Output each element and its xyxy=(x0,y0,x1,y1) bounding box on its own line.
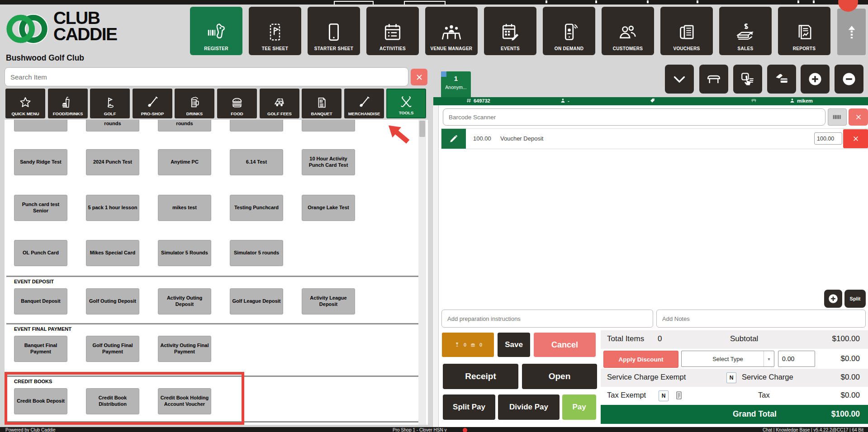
prep-instructions-input[interactable] xyxy=(441,310,653,328)
total-items-label: Total Items xyxy=(607,334,644,343)
venue-manager-icon xyxy=(441,22,462,42)
item-button[interactable]: Testing Punchcard xyxy=(230,195,283,221)
search-input[interactable] xyxy=(5,67,408,86)
tab-golf-fees[interactable]: GOLF FEES xyxy=(260,89,299,118)
cart-scrollbar[interactable] xyxy=(432,105,439,427)
cart-toolbar-card-payment-button[interactable] xyxy=(767,65,796,94)
section-title-event-deposit: EVENT DEPOSIT xyxy=(14,279,54,284)
item-button[interactable]: OL Punch Card xyxy=(14,240,67,266)
customer-tab[interactable]: 1 Anonym... xyxy=(441,71,471,97)
barcode-clear-button[interactable] xyxy=(849,108,868,126)
remove-item-button[interactable] xyxy=(843,129,868,148)
nav-scroll-up-button[interactable] xyxy=(837,9,866,55)
nav-item-activities[interactable]: ACTIVITIES xyxy=(366,7,419,55)
item-button-partial[interactable]: rounds xyxy=(86,120,139,131)
left-panel-scrollbar[interactable] xyxy=(418,120,426,425)
apply-discount-button[interactable]: Apply Discount xyxy=(603,351,678,368)
tab-label: GOLF xyxy=(104,111,116,116)
nav-item-on-demand[interactable]: ON DEMAND xyxy=(543,7,595,55)
item-button[interactable]: Punch card test Senior xyxy=(14,195,67,221)
item-button[interactable]: Activity League Deposit xyxy=(302,288,355,315)
nav-item-register[interactable]: REGISTER xyxy=(190,7,242,55)
item-button[interactable]: Sandy Ridge Test xyxy=(14,149,67,175)
item-button-partial[interactable]: rounds xyxy=(158,120,211,131)
tax-value: $0.00 xyxy=(840,391,860,400)
tab-food-drinks[interactable]: FOOD/DRINKS xyxy=(48,89,88,118)
nav-item-tee-sheet[interactable]: TEE SHEET xyxy=(249,7,301,55)
edit-item-button[interactable] xyxy=(441,129,466,149)
service-exempt-toggle[interactable]: N xyxy=(726,372,736,383)
total-items-value: 0 xyxy=(658,334,662,343)
nav-item-starter-sheet[interactable]: STARTER SHEET xyxy=(308,7,360,55)
item-button[interactable]: Golf Outing Final Payment xyxy=(86,336,139,362)
barcode-scan-button[interactable] xyxy=(828,108,847,126)
item-button[interactable]: Anytime PC xyxy=(158,149,211,175)
tab-tools[interactable]: TOOLS xyxy=(386,89,426,118)
item-button[interactable]: 10 Hour Activity Punch Card Test xyxy=(302,149,355,175)
cart-toolbar-touch-order-button[interactable] xyxy=(733,65,762,94)
statusbar-links[interactable]: Chat | Knowledge Base | v5.4.22.2@CC17 |… xyxy=(763,427,863,432)
tab-banquet[interactable]: BANQUET xyxy=(302,89,342,118)
tab-food[interactable]: FOOD xyxy=(217,89,257,118)
item-button-partial[interactable] xyxy=(302,120,355,131)
customer-tab-name: Anonym... xyxy=(441,85,471,90)
add-line-button[interactable] xyxy=(824,290,842,308)
barcode-scanner-input[interactable] xyxy=(443,108,825,126)
order-counters-button[interactable]: 00 xyxy=(442,333,494,357)
item-button[interactable]: 5 pack 1 hour lesson xyxy=(86,195,139,221)
nav-item-venue-manager[interactable]: VENUE MANAGER xyxy=(425,7,478,55)
item-button[interactable]: Activity Outing Deposit xyxy=(158,288,211,315)
item-button-partial[interactable] xyxy=(14,120,67,131)
order-tag xyxy=(650,98,655,103)
notes-input[interactable] xyxy=(656,310,866,328)
cart-toolbar-plus-circle-button[interactable] xyxy=(801,65,830,94)
nav-item-vouchers[interactable]: VOUCHERS xyxy=(660,7,713,55)
item-button[interactable]: Golf League Deposit xyxy=(230,288,283,315)
split-button[interactable]: Split xyxy=(844,290,866,308)
tab-merchandise[interactable]: MERCHANDISE xyxy=(344,89,384,118)
search-clear-button[interactable] xyxy=(411,69,427,85)
tab-pro-shop[interactable]: PRO-SHOP xyxy=(133,89,172,118)
cart-toolbar-minus-circle-button[interactable] xyxy=(835,65,863,94)
nav-item-sales[interactable]: SALES xyxy=(719,7,772,55)
item-button[interactable]: Banquet Final Payment xyxy=(14,336,67,362)
item-button[interactable]: Banquet Deposit xyxy=(14,288,67,315)
open-button[interactable]: Open xyxy=(522,364,597,389)
item-button[interactable]: Orange Lake Test xyxy=(302,195,355,221)
pay-button[interactable]: Pay xyxy=(562,394,596,420)
item-button-partial[interactable] xyxy=(230,120,283,131)
club-name: Bushwood Golf Club xyxy=(6,53,84,63)
item-price-input[interactable] xyxy=(814,132,842,145)
item-name: Voucher Deposit xyxy=(500,135,543,142)
tax-exempt-toggle[interactable]: N xyxy=(659,390,669,401)
item-button[interactable]: Mikes Special Card xyxy=(86,240,139,266)
cart-toolbar-chevron-down-button[interactable] xyxy=(665,65,694,94)
tab-quick-menu[interactable]: QUICK MENU xyxy=(5,89,45,118)
receipt-button[interactable]: Receipt xyxy=(443,364,518,389)
tab-golf[interactable]: GOLF xyxy=(90,89,130,118)
divide-pay-button[interactable]: Divide Pay xyxy=(498,394,560,420)
item-button[interactable]: 6.14 Test xyxy=(230,149,283,175)
item-button[interactable]: mikes test xyxy=(158,195,211,221)
status-bar: Powered by Club Caddie Pro Shop 1 - Clov… xyxy=(0,427,868,432)
cancel-button[interactable]: Cancel xyxy=(534,333,596,357)
item-button[interactable]: 2024 Punch Test xyxy=(86,149,139,175)
discount-amount-input[interactable] xyxy=(778,351,815,367)
tax-notes-icon[interactable] xyxy=(674,390,684,401)
scrollbar-thumb[interactable] xyxy=(419,121,425,137)
save-button[interactable]: Save xyxy=(498,333,530,357)
cart-toolbar-table-button[interactable] xyxy=(699,65,728,94)
item-button[interactable]: Activity Outing Final Payment xyxy=(158,336,211,362)
nav-item-events[interactable]: EVENTS xyxy=(484,7,536,55)
nav-item-customers[interactable]: CUSTOMERS xyxy=(602,7,654,55)
tab-drinks[interactable]: DRINKS xyxy=(175,89,214,118)
item-button[interactable]: Golf Outing Deposit xyxy=(86,288,139,315)
grid-row: Banquet DepositGolf Outing DepositActivi… xyxy=(14,288,355,315)
discount-type-select[interactable]: Select Type ▾ xyxy=(681,351,774,367)
totals-row-subtotal: Total Items 0 Subtotal $100.00 xyxy=(601,330,868,349)
nav-item-reports[interactable]: REPORTS xyxy=(778,7,830,55)
item-button[interactable]: Simulator 5 rounds xyxy=(230,240,283,266)
item-button[interactable]: Simulator 5 Rounds xyxy=(158,240,211,266)
order-customer: - xyxy=(560,98,569,103)
split-pay-button[interactable]: Split Pay xyxy=(443,394,495,420)
